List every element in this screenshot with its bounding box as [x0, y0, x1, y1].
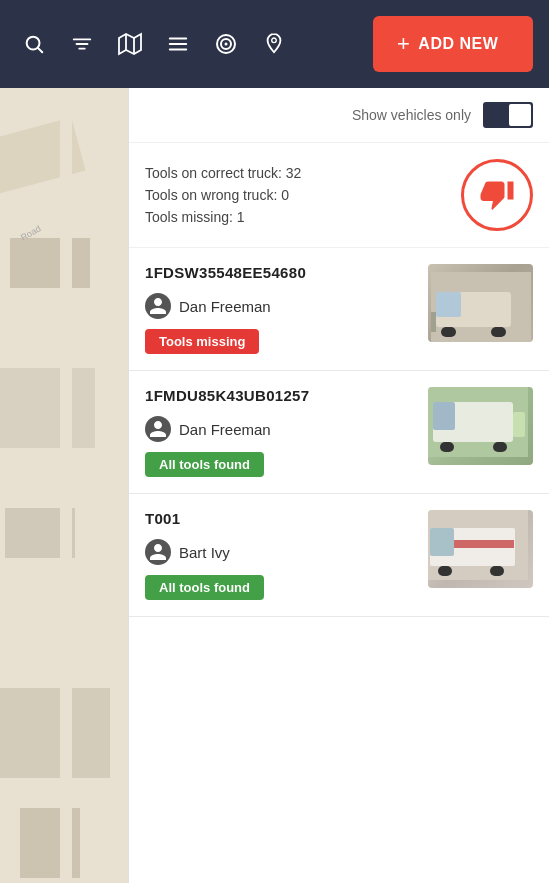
- vehicle-card-2[interactable]: 1FMDU85K43UB01257 Dan Freeman All tools …: [129, 371, 549, 494]
- vehicle-card-3[interactable]: T001 Bart Ivy All tools found: [129, 494, 549, 617]
- vehicle-vin-1: 1FDSW35548EE54680: [145, 264, 418, 281]
- map-background: Road: [0, 88, 130, 883]
- truck-image-3: [428, 510, 533, 588]
- svg-rect-18: [441, 327, 456, 337]
- vehicle-card-1-inner: 1FDSW35548EE54680 Dan Freeman Tools miss…: [145, 264, 533, 354]
- thumbs-down-indicator: [461, 159, 533, 231]
- svg-rect-19: [491, 327, 506, 337]
- svg-line-1: [38, 48, 42, 52]
- badge-all-tools-3: All tools found: [145, 575, 264, 600]
- svg-rect-32: [454, 540, 514, 548]
- stats-area: Tools on correct truck: 32 Tools on wron…: [129, 143, 549, 248]
- driver-name-2: Dan Freeman: [179, 421, 271, 438]
- right-panel: Show vehicles only Tools on correct truc…: [128, 88, 549, 883]
- truck-svg-2: [428, 387, 528, 457]
- show-vehicles-toggle[interactable]: [483, 102, 533, 128]
- driver-avatar-2: [145, 416, 171, 442]
- badge-tools-missing: Tools missing: [145, 329, 259, 354]
- person-icon-1: [148, 296, 168, 316]
- svg-rect-26: [513, 412, 525, 437]
- vehicle-driver-row-2: Dan Freeman: [145, 416, 418, 442]
- vehicle-card-1[interactable]: 1FDSW35548EE54680 Dan Freeman Tools miss…: [129, 248, 549, 371]
- truck-svg-1: [431, 272, 531, 342]
- svg-rect-24: [440, 442, 454, 452]
- driver-name-1: Dan Freeman: [179, 298, 271, 315]
- top-navbar: + ADD NEW: [0, 0, 549, 88]
- toggle-knob: [509, 104, 531, 126]
- truck-svg-3: [428, 510, 528, 580]
- driver-avatar-1: [145, 293, 171, 319]
- svg-rect-20: [431, 312, 436, 332]
- list-icon: [167, 33, 189, 55]
- truck-image-1: [428, 264, 533, 342]
- svg-rect-17: [436, 292, 461, 317]
- location-pin-icon: [263, 32, 285, 56]
- svg-rect-29: [430, 528, 454, 556]
- map-icon: [118, 32, 142, 56]
- target-button[interactable]: [208, 26, 244, 62]
- search-icon: [23, 33, 45, 55]
- show-vehicles-label: Show vehicles only: [352, 107, 471, 123]
- vehicle-card-2-inner: 1FMDU85K43UB01257 Dan Freeman All tools …: [145, 387, 533, 477]
- svg-marker-5: [119, 34, 141, 54]
- map-button[interactable]: [112, 26, 148, 62]
- add-new-button[interactable]: + ADD NEW: [373, 16, 533, 72]
- stats-text: Tools on correct truck: 32 Tools on wron…: [145, 165, 301, 225]
- svg-point-13: [225, 43, 228, 46]
- svg-rect-31: [490, 566, 504, 576]
- pin-button[interactable]: [256, 26, 292, 62]
- stat-wrong: Tools on wrong truck: 0: [145, 187, 301, 203]
- vehicle-driver-row-3: Bart Ivy: [145, 539, 418, 565]
- vehicle-vin-3: T001: [145, 510, 418, 527]
- driver-avatar-3: [145, 539, 171, 565]
- svg-point-14: [272, 38, 277, 43]
- driver-name-3: Bart Ivy: [179, 544, 230, 561]
- svg-rect-30: [438, 566, 452, 576]
- vehicle-driver-row-1: Dan Freeman: [145, 293, 418, 319]
- svg-rect-25: [493, 442, 507, 452]
- vehicle-vin-2: 1FMDU85K43UB01257: [145, 387, 418, 404]
- stat-correct: Tools on correct truck: 32: [145, 165, 301, 181]
- truck-image-2: [428, 387, 533, 465]
- add-new-label: ADD NEW: [418, 35, 498, 53]
- filter-icon: [71, 33, 93, 55]
- filter-button[interactable]: [64, 26, 100, 62]
- list-button[interactable]: [160, 26, 196, 62]
- thumbs-down-icon: [479, 177, 515, 213]
- badge-all-tools-2: All tools found: [145, 452, 264, 477]
- add-new-plus: +: [397, 31, 410, 57]
- target-icon: [214, 32, 238, 56]
- search-button[interactable]: [16, 26, 52, 62]
- person-icon-2: [148, 419, 168, 439]
- person-icon-3: [148, 542, 168, 562]
- vehicle-card-3-inner: T001 Bart Ivy All tools found: [145, 510, 533, 600]
- stat-missing: Tools missing: 1: [145, 209, 301, 225]
- svg-rect-23: [433, 402, 455, 430]
- show-vehicles-row: Show vehicles only: [129, 88, 549, 143]
